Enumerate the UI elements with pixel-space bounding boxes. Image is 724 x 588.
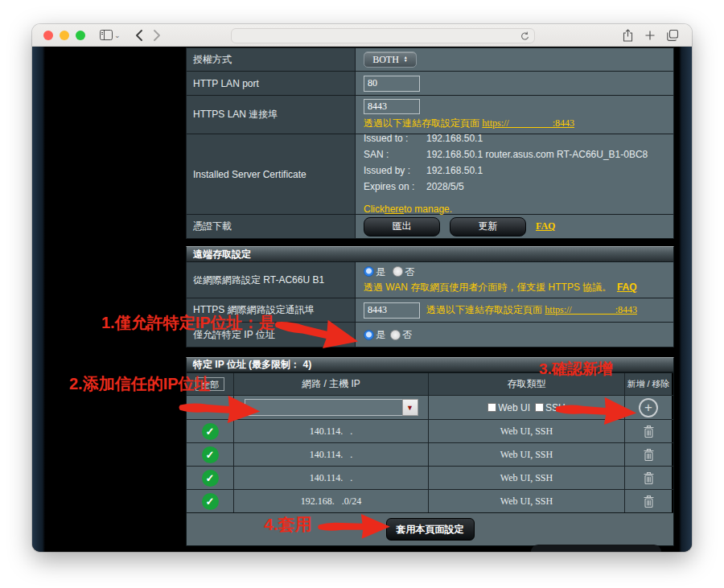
page-bg-right [679, 47, 692, 552]
ip-table-row: ✓ 140.114. . Web UI, SSH [187, 442, 673, 466]
http-lan-port-input[interactable] [364, 76, 420, 92]
access-cell: Web UI, SSH [429, 490, 625, 512]
combobox-dropdown-icon[interactable]: ▼ [402, 399, 418, 416]
cert-value: 192.168.50.1 [426, 130, 483, 146]
delete-ip-button[interactable] [625, 443, 672, 466]
zoom-window-button[interactable] [76, 31, 85, 40]
wan-access-label: 從網際網路設定 RT-AC66U B1 [187, 262, 356, 298]
page-bg-left [32, 47, 45, 552]
col-add-remove-header: 新增 / 移除 [625, 373, 672, 395]
reload-icon[interactable] [520, 31, 529, 41]
enabled-check-icon[interactable]: ✓ [202, 446, 219, 463]
new-tab-icon[interactable] [645, 31, 655, 40]
ip-table-row: ✓ 192.168. .0/24 Web UI, SSH [187, 489, 673, 512]
forward-button[interactable] [154, 30, 161, 41]
restrict-yes-label: 是 [376, 328, 385, 342]
annotation-arrow-icon [549, 390, 644, 430]
restrict-no-label: 否 [402, 328, 412, 342]
wan-port-link[interactable]: https:// :8443 [545, 304, 637, 315]
close-window-button[interactable] [43, 31, 53, 40]
ip-cell: 140.114. . [234, 467, 429, 489]
annotation-step1: 1.僅允許特定IP位址：是 [101, 312, 275, 334]
wan-yes-radio[interactable] [364, 266, 374, 277]
tab-overview-icon[interactable] [667, 30, 679, 41]
row-auth: 授權方式 BOTH ▲▼ [186, 47, 674, 72]
apply-button[interactable]: 套用本頁面設定 [386, 518, 475, 541]
back-button[interactable] [135, 30, 142, 41]
https-lan-port-input[interactable] [364, 99, 420, 114]
https-lan-link[interactable]: https:// :8443 [482, 117, 574, 129]
enabled-check-icon[interactable]: ✓ [202, 493, 219, 510]
export-button[interactable]: 匯出 [364, 217, 440, 236]
row-certificate: Installed Server Certificate Issued to :… [186, 134, 674, 215]
cert-key: SAN : [364, 146, 426, 162]
enabled-check-icon[interactable]: ✓ [202, 470, 219, 487]
annotation-arrow-icon [317, 510, 393, 542]
cert-download-label: 憑證下載 [187, 215, 356, 238]
ip-combobox[interactable]: ▼ [245, 399, 418, 416]
wan-yes-label: 是 [376, 266, 385, 278]
row-http-lan-port: HTTP LAN port [186, 72, 674, 96]
auth-method-select[interactable]: BOTH ▲▼ [364, 51, 417, 68]
wan-no-label: 否 [405, 266, 414, 278]
ssh-checkbox[interactable] [535, 403, 544, 412]
delete-ip-button[interactable] [625, 467, 672, 489]
col-ip-header: 網路 / 主機 IP [234, 373, 429, 395]
webui-checkbox-label: Web UI [498, 402, 530, 413]
auth-label: 授權方式 [187, 48, 356, 71]
auth-method-value: BOTH [372, 54, 399, 66]
cert-value: 192.168.50.1 router.asus.com RT-AC66U_B1… [426, 146, 648, 162]
wan-port-input[interactable] [364, 302, 420, 319]
row-https-lan-port: HTTPS LAN 連接埠 透過以下連結存取設定頁面 https:// :844… [186, 96, 674, 134]
window-controls [43, 31, 85, 40]
remote-access-section-header: 遠端存取設定 [186, 246, 674, 262]
annotation-step3: 3.確認新增 [539, 359, 613, 380]
ip-table-row: ✓ 140.114. . Web UI, SSH [187, 466, 673, 489]
access-cell: Web UI, SSH [429, 467, 625, 489]
select-stepper-icon: ▲▼ [404, 56, 408, 63]
cert-value: 2028/5/5 [426, 179, 464, 195]
panel-footer: 套用本頁面設定 [186, 513, 674, 546]
ip-combobox-field[interactable] [245, 399, 402, 416]
annotation-arrow-icon [173, 389, 268, 429]
cert-key: Issued by : [364, 162, 426, 179]
browser-window: ⌄ [32, 24, 692, 552]
row-wan-access: 從網際網路設定 RT-AC66U B1 是 否 透過 WAN 存取網頁使用者介面… [186, 262, 674, 298]
chevron-down-icon[interactable]: ⌄ [114, 31, 121, 39]
browser-toolbar: ⌄ [32, 24, 692, 47]
delete-ip-button[interactable] [625, 490, 672, 512]
minimize-window-button[interactable] [60, 31, 69, 40]
row-cert-download: 憑證下載 匯出 更新 FAQ [186, 215, 674, 239]
wan-port-note: 透過以下連結存取設定頁面 [426, 304, 545, 315]
access-cell: Web UI, SSH [429, 443, 625, 466]
page-content: 授權方式 BOTH ▲▼ HTTP LAN port HTTPS LAN 連接埠… [32, 47, 692, 552]
http-lan-port-label: HTTP LAN port [187, 72, 356, 95]
webui-checkbox[interactable] [487, 403, 496, 412]
restrict-no-radio[interactable] [390, 330, 401, 340]
cutoff-widget [531, 545, 661, 552]
cert-value: 192.168.50.1 [426, 162, 483, 179]
https-lan-port-label: HTTPS LAN 連接埠 [187, 96, 356, 134]
https-lan-note: 透過以下連結存取設定頁面 [364, 117, 482, 129]
cert-faq-link[interactable]: FAQ [536, 220, 555, 232]
cert-key: Issued to : [364, 130, 426, 146]
renew-button[interactable]: 更新 [450, 217, 526, 236]
wan-note: 透過 WAN 存取網頁使用者介面時，僅支援 HTTPS 協議。 [364, 282, 611, 293]
wan-no-radio[interactable] [393, 266, 403, 277]
url-field[interactable] [231, 28, 535, 43]
wan-faq-link[interactable]: FAQ [617, 282, 637, 293]
annotation-step4: 4.套用 [264, 513, 312, 536]
ip-cell: 192.168. .0/24 [234, 490, 429, 512]
settings-panel: 授權方式 BOTH ▲▼ HTTP LAN port HTTPS LAN 連接埠… [186, 47, 674, 546]
share-icon[interactable] [623, 29, 633, 42]
certificate-label: Installed Server Certificate [187, 134, 356, 214]
ip-cell: 140.114. . [234, 443, 429, 466]
cert-key: Expires on : [364, 179, 426, 195]
sidebar-icon[interactable] [100, 30, 113, 40]
